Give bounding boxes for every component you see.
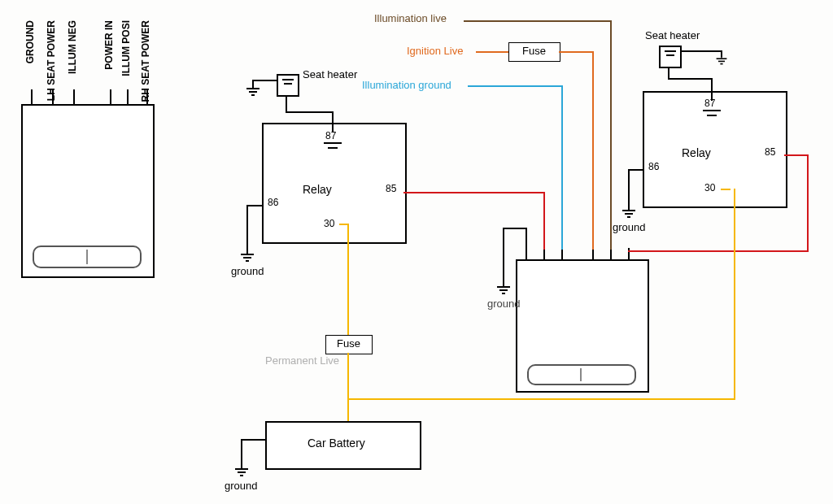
wire-label-permanent-live: Permanent Live [265,354,339,367]
wire-cm-gnd-h [503,228,527,229]
relay-left-pin85: 85 [386,183,396,194]
relay-right-87-cap2 [707,115,717,116]
seat-heater-right-box [659,46,682,68]
wire-sh-l-across [286,111,334,113]
ground-label: ground [613,221,645,233]
wire-yel-r-v [734,189,735,400]
relay-right-87-stem [711,93,713,101]
seat-heater-left-box [277,74,299,97]
relay-left-pin86: 86 [268,197,278,208]
wire-batt-gnd-h [241,439,265,441]
wire-relay-l-86-down [246,205,248,245]
fuse-ignition-label: Fuse [522,45,546,57]
pin-label-rh-seat-power: RH SEAT POWER [140,20,151,102]
relay-left-87-cap1 [324,142,342,144]
wire-relay-l-86-out [246,205,263,206]
wire-illum-live-v [610,20,612,250]
relay-right-pin87: 87 [704,98,715,109]
control-slot [527,364,636,385]
wire-relay-r-86-out [628,169,644,171]
wire-ign-h1 [476,51,508,53]
relay-left-87-cap2 [328,147,338,149]
ground-label: ground [225,480,257,492]
wire-cm-gnd-v2 [503,228,504,278]
ground-symbol [246,88,259,99]
wire-sh-r-into [711,78,713,93]
wire-label-illum-ground: Illumination ground [362,79,451,91]
relay-right-pin85: 85 [765,146,775,158]
wire-yel-l-v1 [347,224,349,337]
wire-sh-r-across [668,78,713,80]
wire-cm-gnd-v1 [526,228,527,250]
pin-stub [561,248,563,259]
wire-illgnd-v [561,85,563,250]
wiring-diagram: GROUND LH SEAT POWER ILLUM NEG POWER IN … [0,0,833,504]
pin-stub [110,89,111,104]
wire-red-left-h [403,192,545,193]
wire-yel-l-v2 [347,353,349,400]
wire-sh-l-into [332,111,334,124]
pin-label-power-in: POWER IN [103,20,115,70]
wire-label-ignition-live: Ignition Live [407,45,463,57]
relay-left-87-stem [332,124,334,133]
pin-stub [73,89,75,104]
fuse-battery-label: Fuse [337,337,360,350]
pin-label-lh-seat-power: LH SEAT POWER [46,20,57,101]
ground-label: ground [487,298,520,310]
relay-left-pin87: 87 [325,130,336,141]
pin-stub [592,248,594,259]
relay-right-label: Relay [682,146,711,159]
pin-stub [526,248,527,259]
pin-label-illum-posi: ILLUM POSI [120,20,132,76]
wire-sh-l-down [286,95,287,113]
pin-stub [127,89,129,104]
wire-ign-v [592,51,594,250]
wire-yel-bus-h [347,398,735,400]
pin-stub [543,248,545,259]
wire-red-right-h2 [628,250,809,252]
relay-left-label: Relay [303,183,332,196]
ground-label: ground [231,265,264,277]
pin-stub [31,89,33,104]
wire-sh-l-gnd-h [252,80,277,81]
wire-yel-30r-stub [721,189,731,190]
relay-right-pin30: 30 [704,182,715,193]
pin-label-illum-neg: ILLUM NEG [67,20,78,74]
relay-right-87-cap1 [703,110,721,111]
wire-red-right-h1 [784,154,809,156]
wire-yel-to-batt [347,398,349,423]
wire-ign-h2 [559,51,594,53]
seat-heater-right-label: Seat heater [645,29,700,41]
wire-illum-live-h [464,20,612,22]
car-battery-label: Car Battery [307,437,365,450]
wire-batt-gnd-v [241,439,242,460]
relay-left-pin30: 30 [324,218,334,229]
ground-symbol [241,254,254,265]
ground-symbol [235,468,248,480]
ground-symbol [717,58,727,67]
ground-symbol [497,286,510,298]
pin-label-ground: GROUND [24,20,36,63]
ground-symbol [622,210,635,221]
connector-slot [33,245,142,268]
relay-right-pin86: 86 [648,161,659,172]
wire-illgnd-h [468,85,563,87]
wire-relay-r-86-down [628,169,630,202]
wire-label-illum-live: Illumination live [374,12,447,24]
wire-red-right-v [807,154,809,252]
wire-red-left-v [543,192,545,250]
pin-stub [610,248,612,259]
wire-sh-r-gnd-h [680,50,722,52]
seat-heater-left-label: Seat heater [303,68,357,80]
